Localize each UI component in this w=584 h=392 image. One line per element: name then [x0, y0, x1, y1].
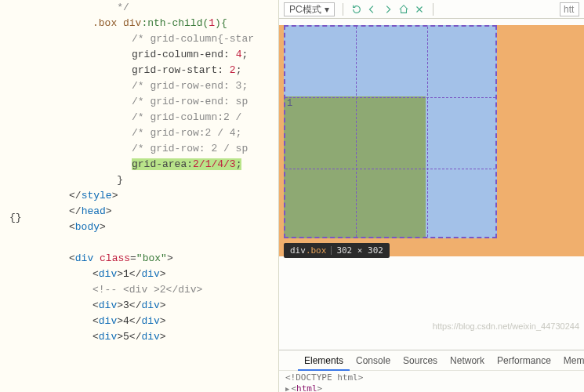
- watermark-text: https://blog.csdn.net/weixin_44730244: [433, 321, 579, 331]
- code-line[interactable]: [38, 235, 278, 251]
- devtools-tab-memory[interactable]: Memory: [557, 350, 584, 371]
- device-mode-label: PC模式: [289, 3, 321, 16]
- dom-html-tag: html: [296, 383, 317, 392]
- code-line[interactable]: </head>: [38, 204, 278, 220]
- code-line[interactable]: grid-column-end: 4;: [38, 47, 278, 63]
- clear-icon[interactable]: [414, 4, 425, 15]
- tooltip-class: .box: [306, 245, 327, 256]
- grid-inspector-overlay: [284, 25, 497, 238]
- code-line[interactable]: */: [38, 0, 278, 16]
- code-line[interactable]: <div class="box">: [38, 251, 278, 267]
- code-line[interactable]: <body>: [38, 220, 278, 235]
- code-line[interactable]: </style>: [38, 188, 278, 204]
- code-line[interactable]: }: [38, 172, 278, 188]
- devtools-tab-sources[interactable]: Sources: [397, 350, 444, 371]
- code-line[interactable]: /* grid-row-end: sp: [38, 94, 278, 110]
- devtools-tab-elements[interactable]: Elements: [298, 350, 350, 371]
- code-line[interactable]: <div>5</div>: [38, 329, 278, 345]
- code-line[interactable]: <!-- <div >2</div>: [38, 282, 278, 298]
- code-line[interactable]: /* grid-row-end: 3;: [38, 78, 278, 94]
- code-line[interactable]: .box div:nth-child(1){: [38, 16, 278, 31]
- gutter-fold-marker: {}: [9, 210, 22, 226]
- refresh-icon[interactable]: [351, 4, 362, 15]
- preview-toolbar: PC模式 ▾ htt: [279, 0, 584, 19]
- toolbar-separator: [433, 3, 433, 16]
- code-line[interactable]: grid-row-start: 2;: [38, 63, 278, 78]
- code-line[interactable]: <div>4</div>: [38, 314, 278, 329]
- device-mode-dropdown[interactable]: PC模式 ▾: [284, 2, 335, 16]
- devtools-tab-console[interactable]: Console: [350, 350, 397, 371]
- devtools-tab-network[interactable]: Network: [444, 350, 491, 371]
- code-line[interactable]: <div>1</div>: [38, 267, 278, 282]
- url-input[interactable]: htt: [560, 2, 579, 16]
- tooltip-tag: div: [290, 245, 306, 256]
- dom-doctype: <!DOCTYPE html>: [285, 372, 363, 383]
- tree-caret-icon[interactable]: ▶: [285, 385, 289, 392]
- code-line[interactable]: /* grid-column{-star: [38, 31, 278, 47]
- forward-icon[interactable]: [383, 4, 394, 15]
- devtools-tab-performance[interactable]: Performance: [491, 350, 557, 371]
- code-line[interactable]: grid-area:2/1/4/3;: [38, 157, 278, 172]
- toolbar-separator: [343, 3, 343, 16]
- back-icon[interactable]: [367, 4, 378, 15]
- element-size-tooltip: div.box 302 × 302: [284, 243, 390, 258]
- preview-pane: PC模式 ▾ htt 1: [278, 0, 584, 392]
- render-canvas: 1 div.box 302 × 302 https://blog.csdn.ne…: [279, 19, 584, 340]
- code-line[interactable]: /* grid-column:2 /: [38, 110, 278, 125]
- devtools-tabs: ElementsConsoleSourcesNetworkPerformance…: [279, 350, 584, 371]
- code-line[interactable]: /* grid-row: 2 / sp: [38, 141, 278, 157]
- chevron-down-icon: ▾: [325, 3, 329, 16]
- tooltip-dimensions: 302 × 302: [336, 245, 383, 256]
- code-line[interactable]: /* grid-row:2 / 4;: [38, 125, 278, 141]
- code-editor[interactable]: {} */.box div:nth-child(1){/* grid-colum…: [0, 0, 278, 392]
- home-icon[interactable]: [398, 4, 409, 15]
- devtools-panel: ElementsConsoleSourcesNetworkPerformance…: [279, 350, 584, 392]
- dom-tree[interactable]: <!DOCTYPE html> ▶<html>: [279, 371, 584, 392]
- code-line[interactable]: <div>3</div>: [38, 298, 278, 314]
